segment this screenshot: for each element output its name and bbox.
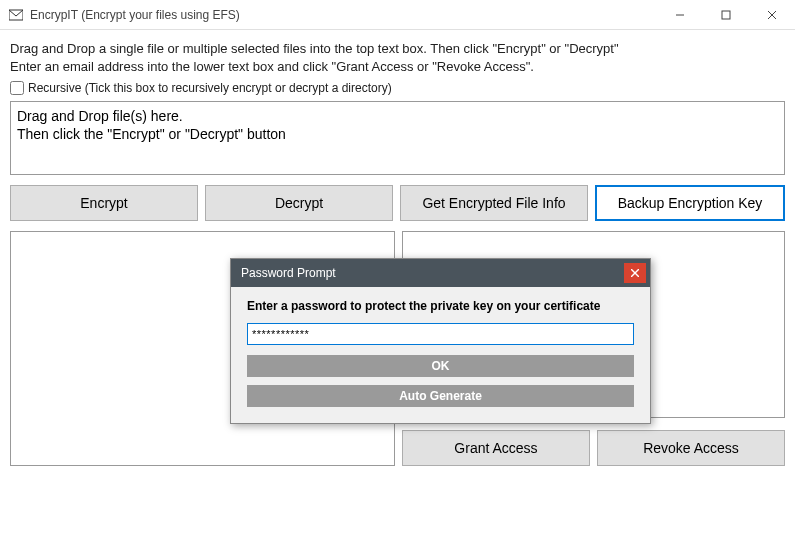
recursive-checkbox-row[interactable]: Recursive (Tick this box to recursively …: [10, 81, 785, 95]
encrypt-button[interactable]: Encrypt: [10, 185, 198, 221]
dropzone-line-2: Then click the "Encrypt" or "Decrypt" bu…: [17, 125, 778, 143]
dialog-close-button[interactable]: [624, 263, 646, 283]
instruction-line-1: Drag and Drop a single file or multiple …: [10, 40, 785, 58]
close-button[interactable]: [749, 0, 795, 29]
auto-generate-button[interactable]: Auto Generate: [247, 385, 634, 407]
password-prompt-dialog: Password Prompt Enter a password to prot…: [230, 258, 651, 424]
dialog-titlebar[interactable]: Password Prompt: [231, 259, 650, 287]
access-button-row: Grant Access Revoke Access: [402, 430, 785, 466]
password-label: Enter a password to protect the private …: [247, 299, 634, 313]
revoke-access-button[interactable]: Revoke Access: [597, 430, 785, 466]
app-icon: [8, 7, 24, 23]
instruction-line-2: Enter an email address into the lower te…: [10, 58, 785, 76]
maximize-button[interactable]: [703, 0, 749, 29]
password-input[interactable]: [247, 323, 634, 345]
instructions-text: Drag and Drop a single file or multiple …: [10, 40, 785, 75]
svg-rect-2: [722, 11, 730, 19]
dropzone-line-1: Drag and Drop file(s) here.: [17, 107, 778, 125]
file-dropzone[interactable]: Drag and Drop file(s) here. Then click t…: [10, 101, 785, 175]
grant-access-button[interactable]: Grant Access: [402, 430, 590, 466]
window-title: EncrypIT (Encrypt your files using EFS): [30, 8, 657, 22]
recursive-checkbox[interactable]: [10, 81, 24, 95]
recursive-label: Recursive (Tick this box to recursively …: [28, 81, 392, 95]
get-info-button[interactable]: Get Encrypted File Info: [400, 185, 588, 221]
dialog-body: Enter a password to protect the private …: [231, 287, 650, 423]
titlebar: EncrypIT (Encrypt your files using EFS): [0, 0, 795, 30]
dialog-title: Password Prompt: [241, 266, 336, 280]
backup-key-button[interactable]: Backup Encryption Key: [595, 185, 785, 221]
minimize-button[interactable]: [657, 0, 703, 29]
window-controls: [657, 0, 795, 29]
ok-button[interactable]: OK: [247, 355, 634, 377]
action-button-row: Encrypt Decrypt Get Encrypted File Info …: [10, 185, 785, 221]
decrypt-button[interactable]: Decrypt: [205, 185, 393, 221]
